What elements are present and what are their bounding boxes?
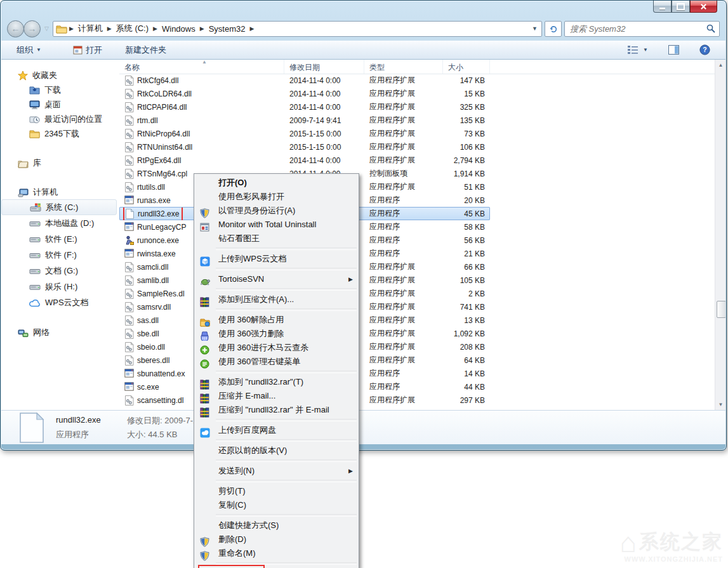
menu-item-创建快捷方式-s-[interactable]: 创建快捷方式(S) [194, 518, 359, 532]
file-name-wrap: RtPgEx64.dll [124, 155, 181, 166]
breadcrumb-item-windows[interactable]: Windows [158, 24, 199, 34]
open-button[interactable]: 打开 [67, 43, 109, 58]
selected-file-large-icon [19, 413, 44, 443]
help-button[interactable]: ? [693, 43, 717, 58]
table-row[interactable]: RtNicProp64.dll2015-1-15 0:00应用程序扩展73 KB [119, 127, 490, 140]
history-dropdown-icon[interactable]: ▽ [44, 25, 49, 32]
menu-item-label: 还原以前的版本(V) [218, 446, 287, 455]
menu-item-压缩并-e-mail-[interactable]: 压缩并 E-mail... [194, 389, 359, 403]
views-button[interactable]: ▼ [621, 43, 654, 58]
close-button[interactable] [690, 1, 717, 13]
menu-item-使用-360解除占用[interactable]: 使用 360解除占用 [194, 313, 359, 327]
menu-item-monitor-with-total-uninstall[interactable]: Monitor with Total Uninstall [194, 218, 359, 232]
sidebar-item-系统-c-[interactable]: 系统 (C:) [1, 199, 117, 215]
menu-item-添加到压缩文件-a-[interactable]: 添加到压缩文件(A)... [194, 293, 359, 307]
scroll-down-icon[interactable]: ▼ [715, 399, 725, 410]
menu-item-使用色彩风暴打开[interactable]: 使用色彩风暴打开 [194, 190, 359, 204]
preview-pane-button[interactable] [662, 43, 685, 58]
refresh-button[interactable] [545, 21, 562, 37]
table-row[interactable]: RtkCfg64.dll2014-11-4 0:00应用程序扩展147 KB [119, 74, 490, 87]
menu-item-上传到wps云文档[interactable]: 上传到WPS云文档 [194, 252, 359, 266]
sidebar-section-收藏夹[interactable]: 收藏夹 [1, 69, 119, 83]
file-size-cell: 1,092 KB [443, 329, 490, 338]
file-name-cell: RtlCPAPI64.dll [119, 102, 284, 112]
sidebar-section-库[interactable]: 库 [1, 156, 119, 170]
sidebar-item-软件-f-[interactable]: 软件 (F:) [1, 247, 119, 263]
file-type-cell: 应用程序扩展 [364, 128, 443, 139]
address-dropdown-button[interactable]: ▼ [529, 22, 540, 36]
breadcrumb-item-computer[interactable]: 计算机 [74, 23, 107, 34]
sidebar-item-娱乐-h-[interactable]: 娱乐 (H:) [1, 279, 119, 294]
file-type-cell: 应用程序扩展 [364, 395, 443, 406]
minimize-button[interactable] [653, 1, 672, 13]
sidebar-item-2345下载[interactable]: 2345下载 [1, 126, 119, 141]
table-row[interactable]: RtlCPAPI64.dll2014-11-4 0:00应用程序扩展325 KB [119, 100, 490, 114]
menu-item-label: 压缩到 "rundll32.rar" 并 E-mail [218, 405, 329, 414]
file-size-cell: 73 KB [443, 129, 490, 138]
open-app-icon [73, 45, 83, 55]
sidebar-item-最近访问的位置[interactable]: 最近访问的位置 [1, 112, 119, 126]
organize-button[interactable]: 组织 ▼ [10, 43, 48, 58]
sidebar-item-下载[interactable]: 下载 [1, 83, 119, 97]
sidebar-item-label: 文档 (G:) [45, 265, 78, 277]
breadcrumb-item-system32[interactable]: System32 [205, 24, 249, 34]
scrollbar-thumb[interactable] [717, 301, 725, 318]
drive-icon [29, 234, 41, 244]
file-name: sas.dll [137, 316, 159, 325]
breadcrumb-item-drive-c[interactable]: 系统 (C:) [112, 23, 152, 34]
file-type-cell: 应用程序 [364, 195, 443, 206]
file-size-cell: 44 KB [443, 383, 490, 392]
uac-shield-icon [200, 548, 210, 558]
menu-item-添加到-rundll32-rar-t-[interactable]: 添加到 "rundll32.rar"(T) [194, 375, 359, 389]
menu-item-剪切-t-[interactable]: 剪切(T) [194, 484, 359, 498]
menu-item-label: 剪切(T) [218, 486, 246, 496]
uac-shield-icon [200, 534, 210, 545]
table-row[interactable]: RTNUninst64.dll2015-1-15 0:00应用程序扩展106 K… [119, 140, 490, 154]
menu-item-还原以前的版本-v-[interactable]: 还原以前的版本(V) [194, 444, 359, 458]
column-header-name[interactable]: 名称 ▲ [119, 60, 284, 74]
file-type-cell: 应用程序扩展 [364, 341, 443, 352]
360-menu-icon [200, 357, 210, 367]
menu-item-复制-c-[interactable]: 复制(C) [194, 498, 359, 512]
menu-separator [216, 248, 357, 250]
sidebar-item-桌面[interactable]: 桌面 [1, 97, 119, 112]
menu-item-发送到-n-[interactable]: 发送到(N)▶ [194, 464, 359, 478]
table-row[interactable]: RtkCoLDR64.dll2014-11-4 0:00应用程序扩展15 KB [119, 87, 490, 100]
menu-item-压缩到-rundll32-rar-并-e-mail[interactable]: 压缩到 "rundll32.rar" 并 E-mail [194, 403, 359, 417]
sidebar-item-wps云文档[interactable]: WPS云文档 [1, 294, 119, 310]
sidebar-item-文档-g-[interactable]: 文档 (G:) [1, 263, 119, 279]
new-folder-button[interactable]: 新建文件夹 [119, 43, 173, 58]
forward-button[interactable]: → [23, 20, 41, 37]
menu-item-重命名-m-[interactable]: 重命名(M) [194, 546, 359, 560]
vertical-scrollbar[interactable]: ▲ ▼ [715, 60, 725, 410]
back-button[interactable]: ← [7, 20, 24, 37]
menu-item-以管理员身份运行-a-[interactable]: 以管理员身份运行(A) [194, 204, 359, 218]
maximize-button[interactable] [672, 1, 690, 13]
table-row[interactable]: rtm.dll2009-7-14 9:41应用程序扩展135 KB [119, 114, 490, 127]
menu-item-钻石看图王[interactable]: 钻石看图王 [194, 232, 359, 246]
column-header-type[interactable]: 类型 [364, 60, 443, 74]
search-input[interactable] [569, 23, 706, 34]
sidebar-section-计算机[interactable]: 计算机 [1, 185, 119, 199]
column-header-date[interactable]: 修改日期 [284, 60, 364, 74]
recent-places-icon [29, 114, 40, 124]
menu-item-打开-o-[interactable]: 打开(O) [194, 176, 359, 190]
toolbar-right-group: ▼ ? [621, 43, 717, 58]
menu-item-上传到百度网盘[interactable]: 上传到百度网盘 [194, 423, 359, 437]
menu-item-使用-360进行木马云查杀[interactable]: 使用 360进行木马云查杀 [194, 341, 359, 355]
menu-item-使用-360管理右键菜单[interactable]: 使用 360管理右键菜单 [194, 355, 359, 369]
menu-item-删除-d-[interactable]: 删除(D) [194, 532, 359, 546]
breadcrumb[interactable]: ▶ 计算机 ▶ 系统 (C:) ▶ Windows ▶ System32 ▶ ▼ [53, 21, 542, 37]
menu-item-使用-360强力删除[interactable]: 使用 360强力删除 [194, 327, 359, 341]
file-name-wrap: scansetting.dl [124, 395, 183, 406]
table-row[interactable]: RtPgEx64.dll2014-11-4 0:00应用程序扩展2,794 KB [119, 154, 490, 167]
file-size-cell: 20 KB [443, 196, 490, 205]
file-name-cell: rtm.dll [119, 116, 284, 126]
sidebar-section-网络[interactable]: 网络 [1, 326, 119, 340]
menu-item-tortoisesvn[interactable]: TortoiseSVN▶ [194, 272, 359, 286]
sidebar-item-软件-e-[interactable]: 软件 (E:) [1, 231, 119, 247]
sidebar-item-本地磁盘-d-[interactable]: 本地磁盘 (D:) [1, 215, 119, 231]
file-name: scansetting.dl [137, 396, 183, 405]
scroll-up-icon[interactable]: ▲ [715, 60, 725, 70]
column-header-size[interactable]: 大小 [443, 60, 490, 74]
